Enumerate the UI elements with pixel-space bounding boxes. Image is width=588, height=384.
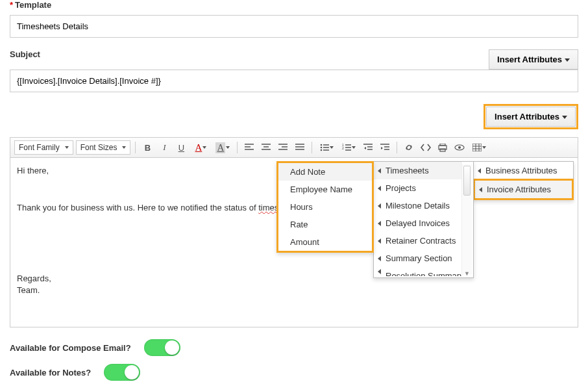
highlight-color-icon[interactable]: A	[213, 140, 232, 155]
submenu-milestone[interactable]: Milestone Details	[374, 197, 462, 214]
submenu-projects[interactable]: Projects	[374, 179, 462, 197]
preview-icon[interactable]	[452, 140, 467, 155]
text-color-icon[interactable]: A	[191, 140, 210, 155]
insert-attributes-subject-button[interactable]: Insert Attributes	[489, 49, 578, 70]
indent-icon[interactable]	[378, 140, 392, 155]
print-icon[interactable]	[435, 140, 450, 155]
code-icon[interactable]	[419, 140, 433, 155]
template-input[interactable]	[10, 15, 578, 38]
bold-icon[interactable]: B	[140, 140, 154, 155]
numbered-list-icon[interactable]: 12	[339, 140, 358, 155]
subject-input[interactable]	[10, 70, 578, 92]
submenu-timesheets[interactable]: Timesheets	[374, 162, 462, 179]
submenu-amount[interactable]: Amount	[278, 233, 372, 251]
timesheets-submenu[interactable]: Add Note Employee Name Hours Rate Amount	[276, 161, 374, 253]
font-family-select[interactable]: Font Family	[14, 140, 73, 155]
submenu-hours[interactable]: Hours	[278, 198, 372, 216]
subject-label: Subject	[10, 49, 482, 59]
menu-invoice-attributes[interactable]: Invoice Attributes	[475, 181, 572, 198]
svg-rect-10	[472, 144, 482, 151]
available-notes-label: Available for Notes?	[10, 368, 91, 378]
font-sizes-select[interactable]: Font Sizes	[76, 140, 131, 155]
bullet-list-icon[interactable]	[317, 140, 336, 155]
template-label: *Template	[10, 0, 578, 10]
insert-attributes-menu[interactable]: Business Attributes Invoice Attributes	[473, 161, 574, 200]
align-right-icon[interactable]	[276, 140, 290, 155]
italic-icon[interactable]: I	[157, 140, 171, 155]
svg-text:2: 2	[342, 146, 344, 150]
invoice-attributes-submenu[interactable]: Timesheets Projects Milestone Details De…	[373, 161, 474, 278]
outdent-icon[interactable]	[361, 140, 375, 155]
menu-business-attributes[interactable]: Business Attributes	[474, 162, 573, 179]
underline-icon[interactable]: U	[174, 140, 188, 155]
align-justify-icon[interactable]	[293, 140, 307, 155]
submenu-scrollbar[interactable]: ▲ ▼	[461, 164, 472, 275]
available-notes-toggle[interactable]	[104, 364, 140, 381]
editor-toolbar: Font Family Font Sizes B I U A A 12	[10, 138, 578, 158]
submenu-summary[interactable]: Summary Section	[374, 250, 462, 267]
svg-point-0	[321, 144, 323, 146]
submenu-add-note[interactable]: Add Note	[278, 163, 372, 181]
link-icon[interactable]	[402, 140, 416, 155]
submenu-resolution[interactable]: Resolution Summary	[374, 267, 462, 276]
rich-text-editor: Font Family Font Sizes B I U A A 12 Hi t…	[10, 137, 578, 327]
insert-attributes-body-button[interactable]: Insert Attributes	[486, 107, 576, 127]
svg-point-1	[321, 147, 323, 149]
svg-point-2	[321, 149, 323, 151]
submenu-delayed-invoices[interactable]: Delayed Invoices	[374, 214, 462, 232]
submenu-retainer[interactable]: Retainer Contracts	[374, 232, 462, 250]
submenu-rate[interactable]: Rate	[278, 216, 372, 233]
align-left-icon[interactable]	[242, 140, 256, 155]
body-regards: Regards,	[17, 274, 571, 285]
available-compose-label: Available for Compose Email?	[10, 343, 131, 353]
table-icon[interactable]	[469, 140, 489, 155]
body-team: Team.	[17, 285, 571, 296]
available-compose-toggle[interactable]	[144, 339, 180, 356]
submenu-employee-name[interactable]: Employee Name	[278, 181, 372, 198]
align-center-icon[interactable]	[259, 140, 273, 155]
svg-point-9	[458, 146, 461, 149]
